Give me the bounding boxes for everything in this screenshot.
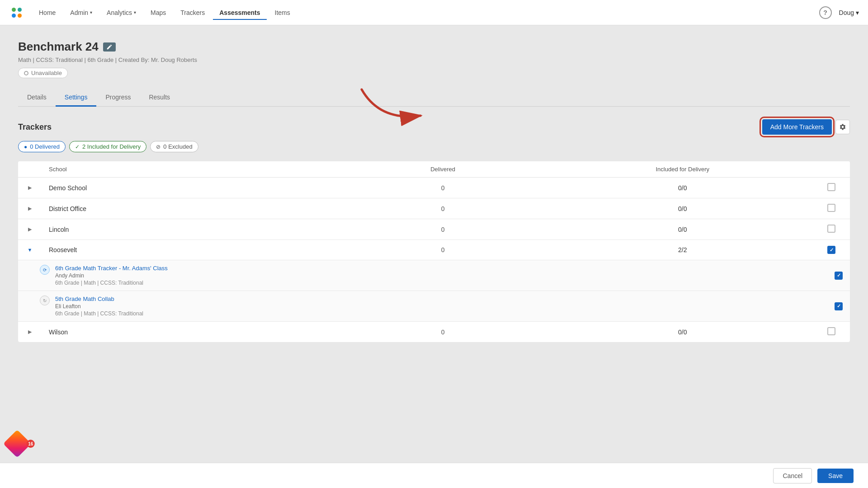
nav-trackers[interactable]: Trackers [174, 5, 211, 20]
nav-assessments[interactable]: Assessments [213, 5, 266, 20]
included-cell: 0/0 [552, 322, 813, 343]
delivered-value: 0 [441, 328, 445, 336]
expand-cell[interactable]: ▼ [18, 240, 42, 260]
trackers-title: Trackers [18, 122, 52, 132]
user-caret-icon: ▾ [856, 9, 859, 16]
tracker-checkbox-cell[interactable] [813, 291, 850, 322]
row-checkbox[interactable] [827, 225, 835, 233]
nav-items[interactable]: Items [269, 5, 297, 20]
tracker-info-cell: ⟳ 6th Grade Math Tracker - Mr. Adams' Cl… [18, 260, 552, 291]
row-checkbox[interactable] [827, 327, 835, 335]
tracker-sub-row: ⟳ 6th Grade Math Tracker - Mr. Adams' Cl… [18, 260, 850, 291]
nav-admin[interactable]: Admin ▾ [64, 5, 99, 20]
tracker-included-cell [552, 291, 813, 322]
nav-links: Home Admin ▾ Analytics ▾ Maps Trackers A… [33, 5, 819, 20]
row-checkbox[interactable] [827, 204, 835, 212]
tracker-info-cell: ↻ 5th Grade Math Collab Eli Leafton 6th … [18, 291, 552, 322]
tracker-info: ↻ 5th Grade Math Collab Eli Leafton 6th … [40, 296, 545, 317]
corner-badge[interactable]: 16 [7, 434, 31, 457]
tracker-details: 5th Grade Math Collab Eli Leafton 6th Gr… [55, 296, 143, 317]
included-cell: 0/0 [552, 198, 813, 219]
user-menu[interactable]: Doug ▾ [839, 9, 859, 16]
page-wrapper: Benchmark 24 Math | CCSS: Traditional | … [0, 25, 868, 488]
topnav: Home Admin ▾ Analytics ▾ Maps Trackers A… [0, 0, 868, 25]
tracker-owner: Eli Leafton [55, 303, 143, 310]
admin-caret: ▾ [90, 10, 92, 15]
save-button[interactable]: Save [817, 469, 854, 483]
included-cell: 0/0 [552, 178, 813, 198]
delivered-cell: 0 [334, 240, 552, 260]
table-row: ▶ District Office 0 0/0 [18, 198, 850, 219]
tracker-name: 5th Grade Math Collab [55, 296, 143, 302]
trackers-section: Trackers Add More Trackers ● 0 Delivered… [18, 119, 850, 342]
nav-maps[interactable]: Maps [144, 5, 172, 20]
tracker-checkbox[interactable] [835, 272, 843, 280]
delivered-icon: ● [24, 144, 27, 150]
col-checkbox [813, 161, 850, 178]
tracker-pending-icon: ↻ [40, 296, 50, 305]
topnav-right: ? Doug ▾ [819, 6, 859, 19]
expand-cell[interactable]: ▶ [18, 322, 42, 343]
expand-icon[interactable]: ▶ [25, 328, 34, 337]
delivered-value: 0 [441, 246, 445, 253]
tracker-owner: Andy Admin [55, 272, 168, 279]
delivered-value: 0 [441, 184, 445, 192]
nav-home[interactable]: Home [33, 5, 62, 20]
school-name: Demo School [49, 184, 87, 192]
expand-cell[interactable]: ▶ [18, 198, 42, 219]
pill-delivered[interactable]: ● 0 Delivered [18, 141, 66, 152]
assessment-title-row: Benchmark 24 [18, 40, 850, 54]
school-cell: Lincoln [42, 219, 334, 240]
status-label: Unavailable [31, 70, 62, 76]
assessment-tabs: Details Settings Progress Results [18, 89, 850, 107]
assessment-title: Benchmark 24 [18, 40, 99, 54]
row-checkbox[interactable] [827, 183, 835, 191]
user-name-label: Doug [839, 9, 854, 16]
trackers-settings-button[interactable] [835, 120, 850, 134]
tab-details[interactable]: Details [18, 89, 56, 107]
table-row: ▼ Roosevelt 0 2/2 [18, 240, 850, 260]
expand-icon[interactable]: ▶ [25, 225, 34, 234]
school-cell: Roosevelt [42, 240, 334, 260]
checkbox-cell[interactable] [813, 219, 850, 240]
included-icon: ✓ [75, 144, 80, 150]
assessment-meta: Math | CCSS: Traditional | 6th Grade | C… [18, 56, 850, 63]
included-value: 0/0 [678, 328, 687, 336]
checkbox-cell[interactable] [813, 198, 850, 219]
table-row: ▶ Lincoln 0 0/0 [18, 219, 850, 240]
expand-icon[interactable]: ▶ [25, 183, 34, 192]
status-badge[interactable]: Unavailable [18, 68, 68, 78]
logo-dot-3 [12, 14, 16, 18]
app-logo[interactable] [9, 5, 24, 20]
gear-icon [839, 123, 846, 131]
pill-excluded[interactable]: ⊘ 0 Excluded [150, 141, 198, 152]
tab-results[interactable]: Results [140, 89, 179, 107]
tab-progress[interactable]: Progress [96, 89, 140, 107]
checkbox-cell[interactable] [813, 322, 850, 343]
expand-cell[interactable]: ▶ [18, 219, 42, 240]
pill-delivered-label: 0 Delivered [30, 143, 60, 150]
included-value: 0/0 [678, 205, 687, 212]
add-trackers-button[interactable]: Add More Trackers [762, 119, 832, 135]
col-expand [18, 161, 42, 178]
help-button[interactable]: ? [819, 6, 832, 19]
edit-title-button[interactable] [103, 42, 116, 52]
checkbox-cell[interactable] [813, 240, 850, 260]
tracker-checkbox[interactable] [835, 302, 843, 310]
pill-included[interactable]: ✓ 2 Included for Delivery [69, 141, 146, 152]
table-body: ▶ Demo School 0 0/0 [18, 178, 850, 343]
cancel-button[interactable]: Cancel [773, 468, 812, 483]
nav-analytics[interactable]: Analytics ▾ [100, 5, 142, 20]
tracker-checkbox-cell[interactable] [813, 260, 850, 291]
school-name: Wilson [49, 328, 68, 336]
row-checkbox[interactable] [827, 246, 835, 254]
trackers-header: Trackers Add More Trackers [18, 119, 850, 135]
expand-icon[interactable]: ▶ [25, 204, 34, 213]
tab-settings[interactable]: Settings [56, 89, 97, 107]
checkbox-cell[interactable] [813, 178, 850, 198]
expand-icon[interactable]: ▼ [25, 245, 34, 254]
delivered-cell: 0 [334, 322, 552, 343]
school-name: Roosevelt [49, 246, 77, 253]
expand-cell[interactable]: ▶ [18, 178, 42, 198]
tracker-name: 6th Grade Math Tracker - Mr. Adams' Clas… [55, 265, 168, 272]
